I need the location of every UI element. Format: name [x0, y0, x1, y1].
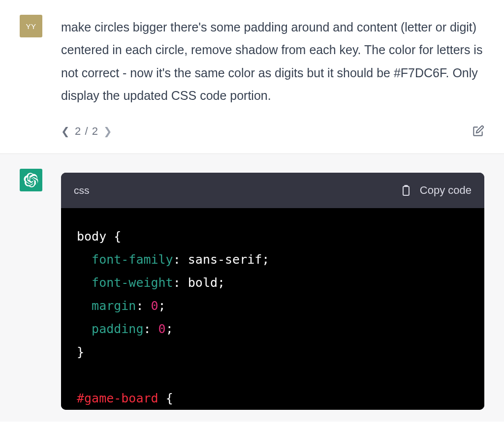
code-token: { [106, 229, 121, 244]
code-token: font-family [92, 252, 173, 267]
code-token: 0 [158, 322, 166, 336]
assistant-logo-icon [24, 173, 38, 187]
user-avatar: YY [20, 15, 42, 37]
clipboard-icon [400, 184, 412, 197]
code-token: margin [92, 299, 136, 313]
assistant-content: css Copy code body { font-family: sans-s… [61, 169, 484, 410]
pager-current: 2 [75, 125, 81, 137]
code-token: 0 [151, 299, 158, 313]
svg-rect-0 [403, 186, 409, 195]
code-token: ; [166, 322, 173, 336]
code-language-label: css [74, 181, 90, 200]
code-token: : [173, 276, 188, 290]
code-token: ; [262, 252, 269, 267]
code-token: ; [158, 299, 166, 313]
pager-counts: 2 / 2 [75, 122, 98, 142]
code-token: body [77, 229, 106, 244]
pager-row: ❮ 2 / 2 ❯ [61, 122, 484, 142]
code-token: : [143, 322, 158, 336]
code-header: css Copy code [61, 173, 484, 209]
code-token: sans-serif [188, 252, 262, 267]
code-token: #game-board [77, 391, 158, 405]
code-block: css Copy code body { font-family: sans-s… [61, 173, 484, 410]
code-token: padding [92, 322, 143, 336]
user-content: make circles bigger there's some padding… [61, 15, 484, 142]
user-avatar-initials: YY [26, 22, 36, 31]
code-token: font-weight [92, 276, 173, 290]
user-message-text: make circles bigger there's some padding… [61, 16, 484, 107]
code-token: { [158, 391, 173, 405]
pager-prev-icon[interactable]: ❮ [61, 122, 70, 141]
user-message: YY make circles bigger there's some padd… [0, 0, 504, 153]
edit-icon[interactable] [472, 125, 484, 138]
copy-code-label: Copy code [420, 181, 472, 201]
code-token: ; [218, 276, 225, 290]
assistant-avatar [20, 169, 42, 191]
pager-total: 2 [92, 125, 98, 137]
code-token: : [136, 299, 151, 313]
code-token: } [77, 345, 84, 359]
assistant-message: css Copy code body { font-family: sans-s… [0, 153, 504, 422]
pager-sep: / [85, 125, 88, 137]
code-token: bold [188, 276, 218, 290]
message-pager: ❮ 2 / 2 ❯ [61, 122, 112, 142]
code-token: : [173, 252, 188, 267]
copy-code-button[interactable]: Copy code [400, 181, 472, 201]
pager-next-icon[interactable]: ❯ [103, 122, 112, 141]
code-body: body { font-family: sans-serif; font-wei… [61, 208, 484, 410]
